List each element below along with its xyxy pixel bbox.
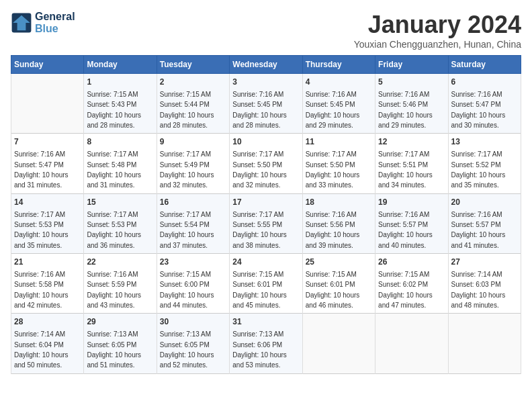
calendar-cell: 28 Sunrise: 7:14 AM Sunset: 6:04 PM Dayl…	[11, 314, 84, 373]
day-number: 11	[306, 136, 372, 148]
sunrise-text: Sunrise: 7:15 AM	[232, 271, 283, 278]
sunset-text: Sunset: 5:57 PM	[451, 221, 501, 228]
day-number: 16	[160, 197, 226, 208]
sunrise-text: Sunrise: 7:17 AM	[160, 211, 211, 218]
sunrise-text: Sunrise: 7:14 AM	[14, 330, 65, 338]
sunrise-text: Sunrise: 7:16 AM	[306, 211, 357, 218]
daylight-text: Daylight: 10 hours and 41 minutes.	[451, 231, 506, 248]
day-number: 25	[306, 257, 372, 268]
calendar-cell: 12 Sunrise: 7:17 AM Sunset: 5:51 PM Dayl…	[375, 134, 448, 193]
week-row: 28 Sunrise: 7:14 AM Sunset: 6:04 PM Dayl…	[11, 314, 521, 373]
sunset-text: Sunset: 5:52 PM	[451, 161, 501, 169]
day-number: 13	[451, 136, 518, 148]
calendar-cell: 20 Sunrise: 7:16 AM Sunset: 5:57 PM Dayl…	[448, 193, 521, 253]
sunrise-text: Sunrise: 7:17 AM	[451, 150, 502, 158]
day-number: 12	[378, 136, 445, 148]
calendar-cell: 17 Sunrise: 7:17 AM Sunset: 5:55 PM Dayl…	[230, 193, 302, 253]
calendar-cell: 27 Sunrise: 7:14 AM Sunset: 6:03 PM Dayl…	[448, 254, 521, 314]
sunrise-text: Sunrise: 7:16 AM	[87, 271, 138, 278]
calendar-cell: 25 Sunrise: 7:15 AM Sunset: 6:01 PM Dayl…	[302, 254, 375, 314]
sunset-text: Sunset: 5:50 PM	[232, 161, 282, 169]
daylight-text: Daylight: 10 hours and 30 minutes.	[451, 111, 506, 129]
calendar-cell: 3 Sunrise: 7:16 AM Sunset: 5:45 PM Dayli…	[230, 74, 302, 134]
sunset-text: Sunset: 5:49 PM	[160, 161, 210, 169]
daylight-text: Daylight: 10 hours and 53 minutes.	[232, 351, 287, 369]
daylight-text: Daylight: 10 hours and 33 minutes.	[306, 171, 360, 189]
sunset-text: Sunset: 5:45 PM	[306, 101, 355, 108]
calendar-table: SundayMondayTuesdayWednesdayThursdayFrid…	[11, 55, 521, 374]
day-number: 21	[14, 257, 81, 268]
day-number: 27	[451, 257, 518, 268]
calendar-cell: 23 Sunrise: 7:15 AM Sunset: 6:00 PM Dayl…	[157, 254, 229, 314]
calendar-cell: 18 Sunrise: 7:16 AM Sunset: 5:56 PM Dayl…	[302, 193, 375, 253]
day-number: 20	[451, 197, 518, 208]
calendar-cell: 22 Sunrise: 7:16 AM Sunset: 5:59 PM Dayl…	[84, 254, 157, 314]
sunrise-text: Sunrise: 7:17 AM	[306, 150, 357, 158]
sunset-text: Sunset: 5:56 PM	[306, 221, 355, 228]
calendar-cell: 30 Sunrise: 7:13 AM Sunset: 6:05 PM Dayl…	[157, 314, 229, 373]
sunset-text: Sunset: 6:02 PM	[378, 281, 428, 288]
daylight-text: Daylight: 10 hours and 48 minutes.	[451, 291, 506, 309]
sunset-text: Sunset: 5:59 PM	[87, 281, 136, 288]
daylight-text: Daylight: 10 hours and 44 minutes.	[160, 291, 214, 309]
calendar-cell: 7 Sunrise: 7:16 AM Sunset: 5:47 PM Dayli…	[11, 134, 84, 193]
sunrise-text: Sunrise: 7:13 AM	[232, 330, 283, 338]
sunset-text: Sunset: 6:05 PM	[87, 341, 136, 349]
weekday-header: Friday	[375, 56, 448, 74]
calendar-cell: 11 Sunrise: 7:17 AM Sunset: 5:50 PM Dayl…	[302, 134, 375, 193]
weekday-header-row: SundayMondayTuesdayWednesdayThursdayFrid…	[11, 56, 521, 74]
sunrise-text: Sunrise: 7:17 AM	[87, 211, 138, 218]
logo-text-blue: Blue	[35, 23, 75, 35]
calendar-cell: 8 Sunrise: 7:17 AM Sunset: 5:48 PM Dayli…	[84, 134, 157, 193]
sunset-text: Sunset: 5:44 PM	[160, 101, 210, 108]
sunrise-text: Sunrise: 7:17 AM	[232, 150, 283, 158]
daylight-text: Daylight: 10 hours and 28 minutes.	[232, 111, 287, 129]
sunset-text: Sunset: 6:03 PM	[451, 281, 501, 288]
sunrise-text: Sunrise: 7:15 AM	[87, 91, 138, 98]
week-row: 21 Sunrise: 7:16 AM Sunset: 5:58 PM Dayl…	[11, 254, 521, 314]
logo: General Blue	[11, 11, 75, 35]
daylight-text: Daylight: 10 hours and 28 minutes.	[87, 111, 141, 129]
location: Youxian Chengguanzhen, Hunan, China	[354, 39, 521, 50]
calendar-cell: 16 Sunrise: 7:17 AM Sunset: 5:54 PM Dayl…	[157, 193, 229, 253]
daylight-text: Daylight: 10 hours and 52 minutes.	[160, 351, 214, 369]
day-number: 7	[14, 136, 81, 148]
calendar-cell: 24 Sunrise: 7:15 AM Sunset: 6:01 PM Dayl…	[230, 254, 302, 314]
week-row: 14 Sunrise: 7:17 AM Sunset: 5:53 PM Dayl…	[11, 193, 521, 253]
weekday-header: Wednesday	[230, 56, 302, 74]
day-number: 24	[232, 257, 299, 268]
calendar-cell: 2 Sunrise: 7:15 AM Sunset: 5:44 PM Dayli…	[157, 74, 229, 134]
sunrise-text: Sunrise: 7:14 AM	[451, 271, 502, 278]
daylight-text: Daylight: 10 hours and 46 minutes.	[306, 291, 360, 309]
sunset-text: Sunset: 5:57 PM	[378, 221, 428, 228]
calendar-cell: 13 Sunrise: 7:17 AM Sunset: 5:52 PM Dayl…	[448, 134, 521, 193]
day-number: 30	[160, 316, 226, 328]
daylight-text: Daylight: 10 hours and 32 minutes.	[232, 171, 287, 189]
day-number: 29	[87, 316, 153, 328]
sunset-text: Sunset: 6:01 PM	[306, 281, 355, 288]
daylight-text: Daylight: 10 hours and 36 minutes.	[87, 231, 141, 248]
weekday-header: Monday	[84, 56, 157, 74]
day-number: 9	[160, 136, 226, 148]
sunrise-text: Sunrise: 7:16 AM	[451, 211, 502, 218]
calendar-cell	[302, 314, 375, 373]
day-number: 17	[232, 197, 299, 208]
sunset-text: Sunset: 6:00 PM	[160, 281, 210, 288]
sunset-text: Sunset: 5:47 PM	[451, 101, 501, 108]
month-title: January 2024	[354, 11, 521, 39]
calendar-cell	[375, 314, 448, 373]
sunrise-text: Sunrise: 7:16 AM	[378, 211, 429, 218]
day-number: 1	[87, 77, 153, 88]
weekday-header: Saturday	[448, 56, 521, 74]
sunrise-text: Sunrise: 7:16 AM	[451, 91, 502, 98]
calendar-cell: 21 Sunrise: 7:16 AM Sunset: 5:58 PM Dayl…	[11, 254, 84, 314]
daylight-text: Daylight: 10 hours and 47 minutes.	[378, 291, 433, 309]
sunrise-text: Sunrise: 7:15 AM	[160, 271, 211, 278]
weekday-header: Sunday	[11, 56, 84, 74]
daylight-text: Daylight: 10 hours and 31 minutes.	[87, 171, 141, 189]
day-number: 8	[87, 136, 153, 148]
daylight-text: Daylight: 10 hours and 51 minutes.	[87, 351, 141, 369]
calendar-cell: 29 Sunrise: 7:13 AM Sunset: 6:05 PM Dayl…	[84, 314, 157, 373]
calendar-cell: 5 Sunrise: 7:16 AM Sunset: 5:46 PM Dayli…	[375, 74, 448, 134]
weekday-header: Thursday	[302, 56, 375, 74]
